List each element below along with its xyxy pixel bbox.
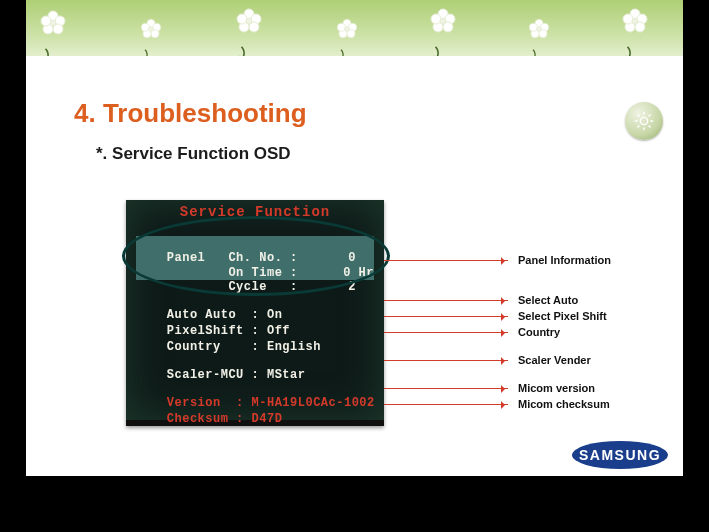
label-panel-information: Panel Information: [518, 254, 611, 266]
label-select-auto: Select Auto: [518, 294, 578, 306]
arrow-micom-version: [384, 388, 508, 389]
flower-icon: ⤸: [234, 6, 264, 36]
arrow-select-auto: [384, 300, 508, 301]
osd-checksum: Checksum : D47D: [136, 398, 374, 440]
gear-icon: [625, 102, 663, 140]
flower-icon: ⤸: [139, 17, 163, 41]
svg-point-10: [141, 23, 149, 31]
label-scaler-vender: Scaler Vender: [518, 354, 591, 366]
svg-text:SAMSUNG: SAMSUNG: [579, 447, 661, 463]
arrow-country: [384, 332, 508, 333]
arrow-scaler-vender: [384, 360, 508, 361]
label-micom-version: Micom version: [518, 382, 595, 394]
osd-screenshot: Service Function Monitor On Time :0 Hr P…: [126, 200, 384, 426]
page-subheading: *. Service Function OSD: [96, 144, 291, 164]
svg-point-41: [632, 18, 638, 24]
flower-icon: ⤸: [527, 17, 551, 41]
svg-point-29: [440, 18, 446, 24]
svg-point-34: [529, 23, 537, 31]
svg-point-28: [431, 14, 441, 24]
page-heading: 4. Troubleshooting: [74, 98, 307, 129]
svg-point-35: [537, 27, 542, 32]
svg-point-17: [246, 18, 252, 24]
flower-icon: ⤸: [335, 17, 359, 41]
samsung-logo: SAMSUNG: [571, 440, 669, 470]
arrow-panel-info: [384, 260, 508, 261]
svg-point-11: [149, 27, 154, 32]
arrow-micom-checksum: [384, 404, 508, 405]
svg-point-40: [623, 14, 633, 24]
svg-point-16: [237, 14, 247, 24]
svg-point-23: [345, 27, 350, 32]
osd-title: Service Function: [126, 204, 384, 220]
label-micom-checksum: Micom checksum: [518, 398, 610, 410]
svg-point-4: [41, 16, 51, 26]
label-country: Country: [518, 326, 560, 338]
label-select-pixel-shift: Select Pixel Shift: [518, 310, 607, 322]
svg-point-42: [640, 117, 647, 124]
flower-icon: ⤸: [428, 6, 458, 36]
arrow-select-pixel-shift: [384, 316, 508, 317]
bottom-black-bar: [0, 476, 709, 532]
svg-point-22: [337, 23, 345, 31]
svg-point-5: [50, 20, 56, 26]
flower-icon: ⤸: [38, 8, 68, 38]
flower-icon: ⤸: [620, 6, 650, 36]
